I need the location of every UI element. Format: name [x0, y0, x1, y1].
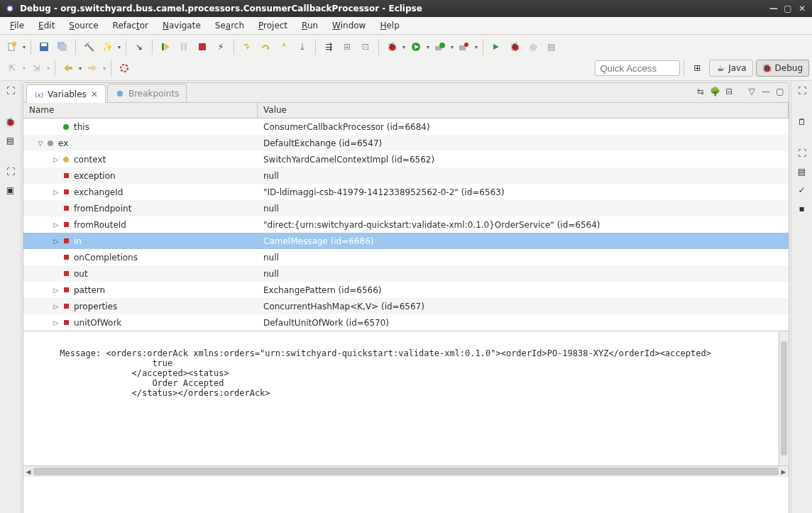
menu-help[interactable]: Help	[373, 18, 406, 33]
menu-file[interactable]: File	[3, 18, 31, 33]
coverage-button[interactable]: ▤	[544, 39, 559, 55]
table-row[interactable]: ▷contextSwitchYardCamelContextImpl (id=6…	[23, 151, 789, 167]
column-name[interactable]: Name	[23, 103, 258, 118]
forward-button[interactable]	[84, 60, 100, 76]
scrollbar-thumb[interactable]	[781, 341, 787, 456]
wand-button[interactable]: ✨	[99, 39, 115, 55]
table-row[interactable]: outnull	[23, 265, 789, 282]
table-row[interactable]: ▷propertiesConcurrentHashMap<K,V> (id=65…	[23, 298, 789, 314]
expand-button[interactable]: ⇲	[28, 60, 44, 76]
menu-search[interactable]: Search	[208, 18, 251, 33]
table-row[interactable]: ▷unitOfWorkDefaultUnitOfWork (id=6570)	[23, 314, 789, 331]
table-row[interactable]: exceptionnull	[23, 167, 789, 184]
suspend-button[interactable]	[176, 39, 192, 55]
quick-access-input[interactable]	[595, 60, 680, 76]
maximize-button[interactable]: ▢	[782, 4, 794, 13]
resume-button[interactable]	[158, 39, 173, 55]
detail-pane[interactable]: Message: <orders:orderAck xmlns:orders="…	[23, 331, 789, 465]
bug-play-button[interactable]: 🐞	[507, 39, 522, 55]
run-button[interactable]	[408, 39, 424, 55]
table-row[interactable]: ▽exDefaultExchange (id=6547)	[23, 135, 789, 151]
show-type-names-icon[interactable]: ⇆	[695, 86, 706, 97]
table-row[interactable]: fromEndpointnull	[23, 200, 789, 216]
debug-dropdown[interactable]: ▾	[401, 44, 407, 50]
tasks-icon[interactable]: ✓	[796, 184, 808, 196]
menu-refactor[interactable]: Refactor	[106, 18, 155, 33]
build-button[interactable]: 🔨	[81, 39, 97, 55]
back-dropdown[interactable]: ▾	[77, 65, 83, 72]
step-filters-button[interactable]: ⇶	[321, 39, 336, 55]
view-menu-icon[interactable]: ▽	[746, 86, 757, 97]
menu-edit[interactable]: Edit	[31, 18, 62, 33]
step-return-button[interactable]	[276, 39, 292, 55]
detail-hscrollbar[interactable]: ◀ ▶	[23, 465, 789, 477]
new-button[interactable]	[4, 39, 20, 55]
maximize-view-icon[interactable]: ▢	[774, 86, 786, 97]
column-value[interactable]: Value	[258, 103, 789, 118]
tb-extra2[interactable]: ⊡	[358, 39, 373, 55]
debug-button[interactable]: 🐞	[384, 39, 400, 55]
twistie-icon[interactable]: ▷	[52, 221, 60, 228]
outline-view-icon[interactable]: ▣	[5, 184, 16, 196]
run-dropdown[interactable]: ▾	[425, 44, 431, 50]
drop-frame-button[interactable]: ⤓	[295, 39, 310, 55]
restore-right2-icon[interactable]: ⛶	[796, 148, 808, 159]
save-all-button[interactable]	[55, 39, 70, 55]
scroll-right-icon[interactable]: ▶	[779, 466, 789, 478]
table-row[interactable]: ▷inCamelMessage (id=6686)	[23, 233, 789, 249]
hscrollbar-thumb[interactable]	[33, 468, 779, 475]
table-row[interactable]: ▷fromRouteId"direct:{urn:switchyard-quic…	[23, 216, 789, 233]
collapse-dropdown[interactable]: ▾	[21, 65, 27, 72]
forward-dropdown[interactable]: ▾	[102, 65, 107, 72]
menu-source[interactable]: Source	[62, 18, 105, 33]
menu-navigate[interactable]: Navigate	[155, 18, 208, 33]
console-icon[interactable]: ▤	[796, 166, 808, 177]
table-row[interactable]: ▷exchangeId"ID-ldimaggi-csb-41979-141233…	[23, 184, 789, 200]
run-server-button[interactable]	[432, 39, 448, 55]
twistie-icon[interactable]: ▷	[52, 287, 60, 294]
step-into-button[interactable]	[239, 39, 255, 55]
restore-icon[interactable]: ⛶	[5, 85, 16, 96]
show-logical-icon[interactable]: 🌳	[709, 86, 720, 97]
expand-dropdown[interactable]: ▾	[45, 65, 51, 72]
terminate-button[interactable]	[194, 39, 210, 55]
target-button[interactable]: ◎	[525, 39, 541, 55]
debug-view-icon[interactable]: 🐞	[5, 116, 16, 128]
twistie-icon[interactable]: ▷	[52, 189, 60, 196]
minimize-view-icon[interactable]: —	[760, 86, 772, 97]
disconnect-button[interactable]: ⚡	[213, 39, 229, 55]
table-row[interactable]: ▷patternExchangePattern (id=6566)	[23, 282, 789, 298]
menu-project[interactable]: Project	[251, 18, 295, 33]
perspective-java[interactable]: ☕ Java	[709, 60, 752, 77]
close-tab-icon[interactable]: ✕	[91, 89, 98, 99]
back-button[interactable]	[60, 60, 76, 76]
wand-dropdown[interactable]: ▾	[116, 44, 122, 50]
skip-breakpoints-button[interactable]: ↘	[131, 39, 147, 55]
servers-view-icon[interactable]: ▤	[5, 135, 16, 146]
twistie-icon[interactable]: ▷	[52, 303, 60, 310]
save-button[interactable]	[36, 39, 52, 55]
detail-vscrollbar[interactable]	[779, 331, 789, 465]
open-perspective-button[interactable]: ⊞	[689, 60, 705, 76]
twistie-icon[interactable]: ▷	[52, 238, 60, 245]
minimize-button[interactable]: —	[768, 4, 779, 13]
step-over-button[interactable]	[258, 39, 273, 55]
collapse-all-icon[interactable]: ⊟	[723, 86, 735, 97]
table-row[interactable]: onCompletionsnull	[23, 249, 789, 265]
terminal-icon[interactable]: ▪	[796, 203, 808, 214]
twistie-icon[interactable]: ▷	[52, 156, 60, 163]
external-dropdown[interactable]: ▾	[473, 44, 479, 50]
restore-right-icon[interactable]: ⛶	[796, 85, 808, 96]
twistie-icon[interactable]: ▽	[36, 140, 45, 147]
table-row[interactable]: thisConsumerCallbackProcessor (id=6684)	[23, 118, 789, 135]
external-button[interactable]	[456, 39, 472, 55]
tab-breakpoints[interactable]: Breakpoints	[107, 84, 187, 102]
tb-extra1[interactable]: ⊞	[339, 39, 355, 55]
new-dropdown[interactable]: ▾	[21, 44, 27, 50]
outline-icon[interactable]: 🗒	[796, 116, 808, 128]
run-server-dropdown[interactable]: ▾	[449, 44, 455, 50]
menu-run[interactable]: Run	[295, 18, 325, 33]
twistie-icon[interactable]: ▷	[52, 319, 60, 326]
close-button[interactable]: ✕	[796, 4, 808, 13]
perspective-debug[interactable]: 🐞 Debug	[756, 60, 809, 77]
